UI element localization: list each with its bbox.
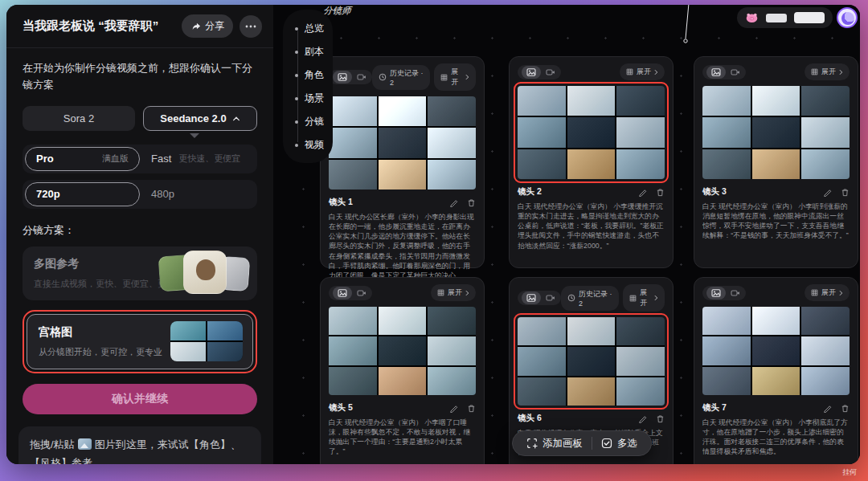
expand-button[interactable]: 展开 xyxy=(431,284,476,301)
video-mode-button[interactable] xyxy=(731,288,740,298)
multi-ref-thumbnails xyxy=(158,250,251,296)
nav-item-overview[interactable]: 总览 xyxy=(295,22,333,35)
plan-option-multi-ref[interactable]: 多图参考 直接生成视频，更快、更便宜、更… xyxy=(23,247,257,300)
share-button[interactable]: 分享 xyxy=(182,14,233,38)
expand-button[interactable]: 展开 xyxy=(805,284,850,301)
chevron-right-icon xyxy=(839,290,843,296)
image-mode-button[interactable] xyxy=(706,287,726,300)
expand-button[interactable]: 展开 xyxy=(434,63,476,91)
video-mode-button[interactable] xyxy=(546,67,555,77)
credits-value-blurred xyxy=(766,14,787,22)
workflow-nav: 总览 剧本 角色 场景 分镜 视频 xyxy=(283,10,333,163)
shot-label: 镜头 3 xyxy=(702,186,727,198)
add-board-button[interactable]: 添加画板 xyxy=(518,431,592,455)
delete-icon[interactable] xyxy=(656,414,665,423)
comic-cell xyxy=(616,117,665,147)
edit-icon[interactable] xyxy=(449,404,458,413)
credits-pill[interactable] xyxy=(737,7,833,28)
comic-cell xyxy=(428,307,476,335)
media-toggle xyxy=(702,286,746,300)
delete-icon[interactable] xyxy=(841,188,850,197)
plan-option-grid[interactable]: 宫格图 从分镜图开始，更可控，更专业 xyxy=(27,314,253,369)
model-option-sora[interactable]: Sora 2 xyxy=(23,106,135,131)
model-option-seedance[interactable]: Seedance 2.0 xyxy=(143,106,257,131)
confirm-continue-button[interactable]: 确认并继续 xyxy=(23,384,257,414)
comic-cell xyxy=(702,336,751,365)
delete-icon[interactable] xyxy=(467,404,476,413)
shot-card-7[interactable]: 展开 镜头 7 白天 现代经理办公室（室内） 小李彻底乱了方寸，他在原地蹭了一小… xyxy=(694,277,858,464)
image-mode-button[interactable] xyxy=(333,287,352,300)
expand-button[interactable]: 展开 xyxy=(620,63,665,80)
nav-item-scene[interactable]: 场景 xyxy=(295,92,333,105)
upgrade-button-blurred[interactable] xyxy=(794,12,825,23)
storyboard-canvas[interactable]: 分镜师 历史记录 · 2 展开 xyxy=(273,5,860,464)
ellipsis-icon xyxy=(245,25,256,28)
edit-icon[interactable] xyxy=(823,188,832,197)
shot-card-3[interactable]: 展开 镜头 3 白天 现代经理办公室（室内） 小李听到涨薪的消息短暂地愣在原地，… xyxy=(694,56,858,268)
shot-description: 白天 现代办公区长廊（室外） 小李的身影出现在长廊的一端，他步履沉重地走近，在距… xyxy=(329,212,476,280)
shot-card-5[interactable]: 展开 镜头 5 白天 现代经理办公室（室内） 小李咽了口唾沫，眼神有些飘忽不定，… xyxy=(320,277,485,464)
comic-cell xyxy=(702,149,751,179)
model-selector: Sora 2 Seedance 2.0 xyxy=(23,106,257,131)
image-icon xyxy=(78,438,92,450)
storyboard-image-highlighted[interactable] xyxy=(518,317,665,406)
expand-button[interactable]: 展开 xyxy=(623,284,665,312)
edit-icon[interactable] xyxy=(823,404,832,413)
image-mode-button[interactable] xyxy=(706,66,726,79)
video-mode-button[interactable] xyxy=(357,72,366,82)
nav-item-storyboard[interactable]: 分镜 xyxy=(295,115,333,128)
image-mode-button[interactable] xyxy=(522,66,541,79)
video-mode-button[interactable] xyxy=(731,67,740,77)
delete-icon[interactable] xyxy=(467,198,476,207)
comic-cell xyxy=(567,317,616,345)
quality-option-pro[interactable]: Pro 满血版 xyxy=(25,147,140,171)
storyboard-image[interactable] xyxy=(702,307,850,395)
image-mode-button[interactable] xyxy=(522,291,541,304)
comic-cell xyxy=(329,160,377,190)
watermark-text: 挂何 xyxy=(842,467,857,478)
multi-select-button[interactable]: 多选 xyxy=(592,431,646,455)
comic-cell xyxy=(616,149,665,179)
quality-option-fast[interactable]: Fast 更快速、更便宜 xyxy=(140,153,255,165)
clock-icon xyxy=(379,73,387,81)
expand-button[interactable]: 展开 xyxy=(805,63,850,80)
video-mode-button[interactable] xyxy=(546,293,555,303)
delete-icon[interactable] xyxy=(656,188,665,197)
comic-cell xyxy=(801,367,850,395)
storyboard-image-highlighted[interactable] xyxy=(518,86,665,179)
history-button[interactable]: 历史记录 · 2 xyxy=(561,286,619,311)
storyboard-image[interactable] xyxy=(329,96,476,190)
shot-description: 白天 现代经理办公室（室内） 小李缓缓推开沉重的实木门走进去，略显拘谨地走到宽大… xyxy=(518,202,665,251)
comic-cell xyxy=(428,96,476,126)
storyboard-image[interactable] xyxy=(702,86,850,179)
edit-icon[interactable] xyxy=(449,198,458,207)
image-mode-button[interactable] xyxy=(333,71,352,84)
comic-cell xyxy=(567,347,616,375)
history-button[interactable]: 历史记录 · 2 xyxy=(372,65,430,90)
grid-icon xyxy=(811,68,818,75)
chevron-right-icon xyxy=(654,295,658,301)
nav-item-video[interactable]: 视频 xyxy=(295,138,333,152)
more-menu-button[interactable] xyxy=(240,15,262,38)
edit-icon[interactable] xyxy=(638,414,647,423)
bullet-dot xyxy=(295,51,298,54)
dropdown-pointer xyxy=(190,133,199,138)
resolution-option-720p[interactable]: 720p xyxy=(25,182,140,206)
grid-icon xyxy=(440,74,448,81)
comic-cell xyxy=(616,86,665,116)
user-avatar[interactable] xyxy=(837,7,858,28)
storyboard-image[interactable] xyxy=(329,307,476,395)
comic-cell xyxy=(616,377,665,406)
nav-item-character[interactable]: 角色 xyxy=(295,68,333,82)
quality-selector: Pro 满血版 Fast 更快速、更便宜 xyxy=(23,145,257,173)
video-mode-button[interactable] xyxy=(357,288,366,298)
shot-card-2[interactable]: 展开 镜头 2 白天 现代经理办公室（室内） 小李缓缓推开沉重的实木门走进去，略… xyxy=(509,56,674,268)
comic-cell xyxy=(379,160,427,190)
resolution-option-480p[interactable]: 480p xyxy=(140,188,255,200)
checkbox-check-icon xyxy=(601,438,612,449)
delete-icon[interactable] xyxy=(841,404,850,413)
shot-card-1[interactable]: 历史记录 · 2 展开 镜头 1 白天 现代办公区长廊（室外） 小李的身影出 xyxy=(320,56,485,268)
edit-icon[interactable] xyxy=(638,188,647,197)
comic-cell xyxy=(518,117,566,147)
nav-item-script[interactable]: 剧本 xyxy=(295,45,333,59)
